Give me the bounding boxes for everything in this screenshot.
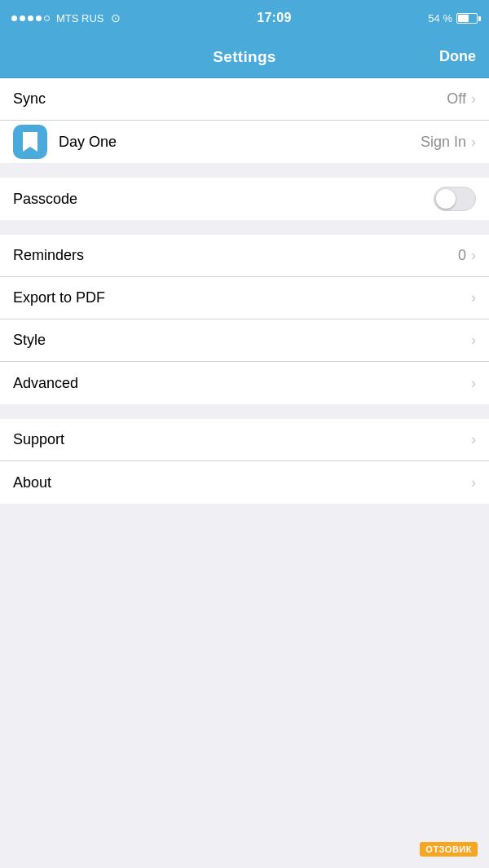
carrier-label: MTS RUS (56, 12, 104, 24)
style-label: Style (13, 332, 46, 349)
dot-5 (44, 15, 50, 21)
about-label: About (13, 474, 51, 491)
export-pdf-label: Export to PDF (13, 289, 105, 306)
passcode-toggle[interactable] (434, 187, 476, 211)
dot-2 (20, 15, 25, 21)
toggle-knob (436, 189, 456, 209)
reminders-row-left: Reminders (13, 247, 84, 264)
support-row-left: Support (13, 431, 64, 448)
support-row[interactable]: Support › (0, 419, 489, 461)
sync-row-left: Sync (13, 90, 46, 108)
day-one-row-left: Day One (13, 125, 117, 159)
advanced-row[interactable]: Advanced › (0, 362, 489, 404)
export-pdf-row-right: › (471, 289, 476, 306)
done-button[interactable]: Done (439, 48, 476, 65)
reminders-chevron-icon: › (471, 247, 476, 264)
export-pdf-chevron-icon: › (471, 289, 476, 306)
style-row-left: Style (13, 332, 46, 349)
day-one-row[interactable]: Day One Sign In › (0, 121, 489, 163)
day-one-label: Day One (59, 134, 117, 151)
style-chevron-icon: › (471, 332, 476, 349)
reminders-label: Reminders (13, 247, 84, 264)
about-row-right: › (471, 474, 476, 491)
nav-bar: Settings Done (0, 36, 489, 78)
separator-2 (0, 220, 489, 235)
style-row[interactable]: Style › (0, 319, 489, 362)
about-row[interactable]: About › (0, 461, 489, 504)
sync-row-right: Off › (447, 90, 476, 108)
nav-title: Settings (213, 48, 275, 66)
support-label: Support (13, 431, 64, 448)
separator-3 (0, 404, 489, 419)
day-one-app-icon (13, 125, 47, 159)
sync-chevron-icon: › (471, 90, 476, 108)
separator-1 (0, 163, 489, 178)
advanced-chevron-icon: › (471, 375, 476, 392)
bookmark-icon (23, 132, 37, 152)
dot-4 (36, 15, 42, 21)
status-left: MTS RUS ⊙ (11, 11, 121, 24)
support-row-right: › (471, 431, 476, 448)
passcode-row-left: Passcode (13, 191, 77, 208)
battery-icon (456, 13, 478, 24)
sync-row[interactable]: Sync Off › (0, 78, 489, 121)
day-one-value: Sign In (421, 134, 466, 151)
dot-3 (28, 15, 33, 21)
passcode-label: Passcode (13, 191, 77, 208)
style-row-right: › (471, 332, 476, 349)
battery-fill (458, 15, 469, 22)
about-chevron-icon: › (471, 474, 476, 491)
sync-group: Sync Off › Day One Sign In › (0, 78, 489, 163)
passcode-row-right (434, 187, 476, 211)
reminders-row-right: 0 › (458, 247, 476, 264)
reminders-row[interactable]: Reminders 0 › (0, 235, 489, 277)
watermark: ОТЗОВИК (420, 842, 478, 857)
support-group: Support › About › (0, 419, 489, 504)
advanced-row-left: Advanced (13, 375, 78, 392)
export-pdf-row-left: Export to PDF (13, 289, 105, 306)
advanced-row-right: › (471, 375, 476, 392)
advanced-label: Advanced (13, 375, 78, 392)
status-time: 17:09 (257, 11, 291, 25)
sync-value: Off (447, 90, 466, 108)
dot-1 (11, 15, 17, 21)
about-row-left: About (13, 474, 51, 491)
day-one-chevron-icon: › (471, 134, 476, 151)
reminders-value: 0 (458, 247, 466, 264)
support-chevron-icon: › (471, 431, 476, 448)
passcode-group: Passcode (0, 178, 489, 220)
signal-dots (11, 15, 50, 21)
status-bar: MTS RUS ⊙ 17:09 54 % (0, 0, 489, 36)
settings-content: Sync Off › Day One Sign In › Pass (0, 78, 489, 504)
features-group: Reminders 0 › Export to PDF › Style › (0, 235, 489, 404)
wifi-icon: ⊙ (111, 11, 121, 24)
status-right: 54 % (428, 12, 478, 24)
passcode-row[interactable]: Passcode (0, 178, 489, 220)
export-pdf-row[interactable]: Export to PDF › (0, 277, 489, 319)
day-one-row-right: Sign In › (421, 134, 476, 151)
battery-percent: 54 % (428, 12, 452, 24)
sync-label: Sync (13, 90, 46, 108)
